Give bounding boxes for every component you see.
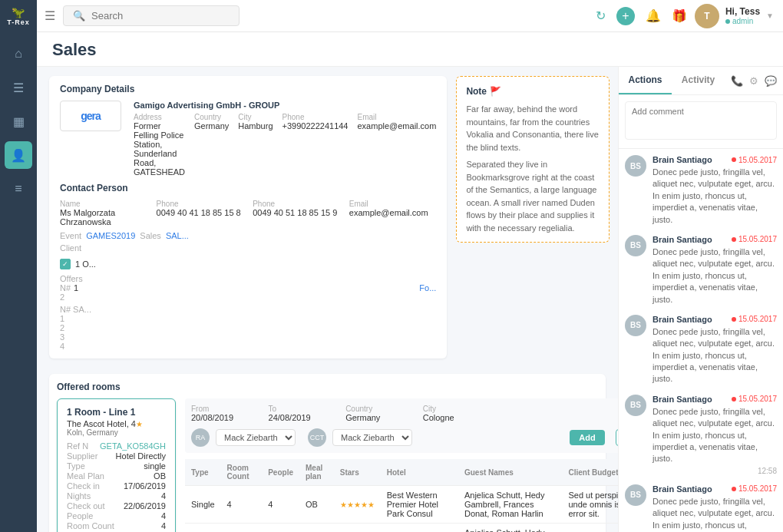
avatar: T [695, 4, 719, 28]
topbar-icons: ↻ + 🔔 🎁 [596, 7, 687, 25]
avatar-chevron[interactable]: ▼ [766, 12, 774, 20]
company-logo: gera [60, 101, 121, 131]
online-dot [725, 19, 730, 24]
room-table-col-stars: Stars [334, 459, 381, 486]
cct-select[interactable]: Mack Ziebarth [332, 429, 412, 446]
comment-item-2: BS Brain Santiago 15.05.2017 Donec pede … [625, 235, 777, 306]
refresh-icon[interactable]: ↻ [596, 8, 606, 23]
add-comment-box [619, 95, 783, 149]
add-icon[interactable]: + [616, 7, 635, 25]
comment-input[interactable] [625, 101, 777, 140]
phone-icon[interactable]: 📞 [731, 75, 743, 87]
sales-row-2: 2 [60, 323, 436, 332]
app-logo: 🦖 T-Rex [0, 0, 37, 32]
page-header: Sales [37, 32, 783, 67]
room-table-col-meal: Meal plan [299, 459, 334, 486]
avatar-area: T Hi, Tess admin ▼ [695, 4, 774, 28]
left-panel: Company Details gera Gamigo Advertising … [37, 67, 618, 532]
sales-row-1: 1 [60, 314, 436, 323]
comment-avatar-4: BS [625, 395, 646, 416]
room-table-col-people: People [262, 459, 299, 486]
search-bar[interactable]: 🔍 [63, 5, 240, 26]
comment-dot-5 [732, 487, 736, 491]
client-label: Client [60, 243, 436, 253]
chat-icon[interactable]: 💬 [765, 75, 777, 87]
note-card: Note 🚩 Far far away, behind the word mou… [456, 76, 610, 243]
room-1-checkout: Check out 22/06/2019 [67, 501, 166, 511]
room-1-checkin: Check in 17/06/2019 [67, 481, 166, 491]
comment-avatar-3: BS [625, 315, 646, 336]
room-1-type: Type single [67, 461, 166, 471]
comment-item-4: BS Brain Santiago 15.05.2017 Donec pede … [625, 395, 777, 475]
table-row: Single 4 4 BB ★★★★ - Anjelica Schutt, He… [185, 524, 618, 533]
avatar-text: Hi, Tess admin [725, 6, 760, 25]
page-title: Sales [52, 40, 768, 66]
add-button[interactable]: Add [570, 430, 604, 445]
bell-icon[interactable]: 🔔 [646, 8, 661, 23]
main-content: Company Details gera Gamigo Advertising … [37, 67, 783, 532]
search-input[interactable] [91, 10, 214, 21]
room-1-ref: Ref N GETA_KO584GH [67, 441, 166, 451]
company-details-grid: Address Former Felling Police Station, S… [134, 113, 436, 177]
comment-avatar-1: BS [625, 155, 646, 177]
ra-select[interactable]: Mack Ziebarth [216, 429, 296, 446]
room-table-col-budget: Client Budget [562, 459, 618, 486]
search-icon: 🔍 [73, 10, 85, 21]
note-area: Note 🚩 Far far away, behind the word mou… [456, 76, 610, 366]
cct-avatar: CCT [308, 428, 326, 447]
contact-person-section: Contact Person Name Ms Malgorzata Chrzan… [60, 183, 436, 226]
offer-row-1: N#1Fo... [60, 283, 436, 292]
comment-dot-1 [732, 157, 736, 162]
room-1-meal: Meal Plan OB [67, 471, 166, 481]
room-1-people: People 4 [67, 511, 166, 520]
gift-icon[interactable]: 🎁 [672, 8, 687, 23]
table-row: Single 4 4 OB ★★★★★ Best Western Premier… [185, 486, 618, 524]
room-1-hotel: The Ascot Hotel, 4★ [67, 419, 166, 428]
settings-icon[interactable]: ⚙ [749, 75, 758, 87]
sales-row-3: 3 [60, 332, 436, 342]
comments-list: BS Brain Santiago 15.05.2017 Donec pede … [619, 149, 783, 532]
note-text1: Far far away, behind the word mountains,… [466, 103, 600, 154]
tab-activity[interactable]: Activity [672, 67, 725, 94]
sales-row-4: 4 [60, 342, 436, 351]
room-table-col-type: Type [185, 459, 221, 486]
sidebar-item-home[interactable]: ⌂ [5, 40, 32, 68]
sales-label-left: N# SA... [60, 305, 436, 314]
offered-rooms-title: Offered rooms [57, 382, 598, 392]
rooms-list: 1 Room - Line 1 The Ascot Hotel, 4★ Koln… [57, 398, 176, 532]
comment-dot-2 [732, 237, 736, 242]
offers-section: ✓ 1 O... [60, 257, 436, 271]
comment-item-5: BS Brain Santiago 15.05.2017 Donec pede … [625, 484, 777, 532]
offered-rooms-section: Offered rooms 1 Room - Line 1 The Ascot … [49, 374, 606, 532]
room-1-supplier: Supplier Hotel Directly [67, 451, 166, 461]
room-table: Type Room Count People Meal plan Stars H… [185, 459, 618, 532]
content-area: Sales Company Details gera Gamig [37, 32, 783, 532]
ra-avatar: RA [191, 428, 210, 447]
comment-dot-4 [732, 397, 736, 401]
sidebar-item-menu[interactable]: ☰ [5, 74, 32, 101]
room-card-1[interactable]: 1 Room - Line 1 The Ascot Hotel, 4★ Koln… [57, 398, 176, 532]
room-1-roomcount: Room Count 4 [67, 521, 166, 530]
tab-icons: 📞 ⚙ 💬 [725, 67, 783, 94]
offers-list: ✓ 1 O... [60, 257, 436, 271]
note-text2: Separated they live in Bookmarksgrove ri… [466, 158, 600, 234]
offers-rows: N#1Fo... 2 N# SA... 1 2 [60, 283, 436, 351]
room-table-col-guests: Guest Names [458, 459, 563, 486]
room-1-location: Koln, Germany [67, 428, 166, 437]
sidebar: ⌂ ☰ ▦ 👤 ≡ [0, 32, 37, 532]
comment-item-3: BS Brain Santiago 15.05.2017 Donec pede … [625, 315, 777, 385]
room-1-nights: Nights 4 [67, 491, 166, 501]
event-info: Event GAMES2019 Sales SAL... [60, 231, 436, 240]
assign-row: RA Mack Ziebarth CCT Mack Ziebarth [191, 428, 618, 447]
room-table-col-roomcount: Room Count [221, 459, 263, 486]
company-name: Gamigo Advertising GmbH - GROUP [134, 101, 436, 110]
contact-section-title: Contact Person [60, 183, 436, 193]
sidebar-item-reports[interactable]: ≡ [5, 175, 32, 203]
tab-actions[interactable]: Actions [619, 67, 672, 94]
sidebar-item-calendar[interactable]: ▦ [5, 107, 32, 135]
room-table-container: Type Room Count People Meal plan Stars H… [185, 459, 618, 532]
right-panel: Actions Activity 📞 ⚙ 💬 BS [618, 67, 783, 532]
sidebar-item-people[interactable]: 👤 [5, 141, 32, 169]
offer-checkbox-1[interactable]: ✓ [60, 259, 71, 269]
hamburger-icon[interactable]: ☰ [45, 8, 55, 23]
